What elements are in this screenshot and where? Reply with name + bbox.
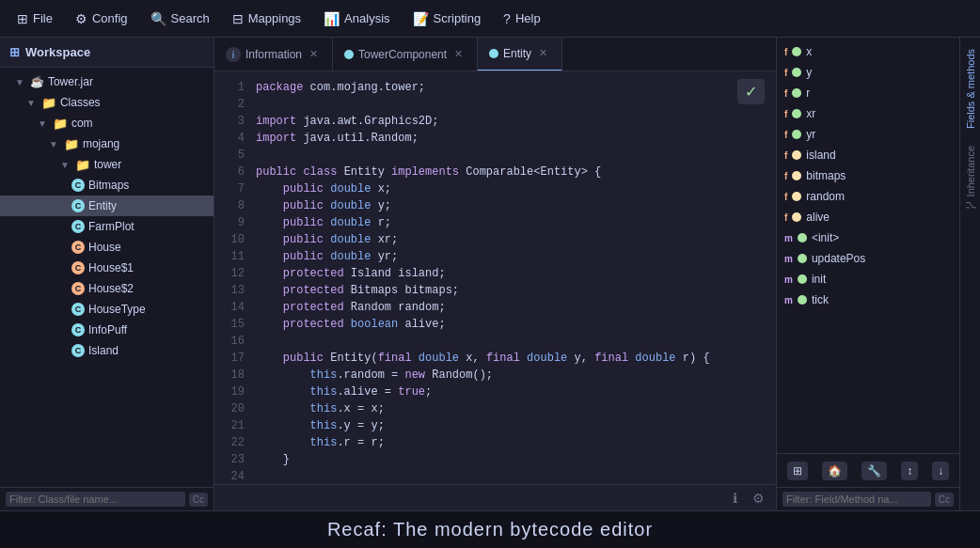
tree-item-com[interactable]: ▼ 📁 com: [0, 113, 213, 133]
check-overlay[interactable]: ✓: [737, 79, 765, 104]
field-row-yr[interactable]: f yr: [777, 124, 959, 145]
access-dot-bitmaps: [792, 171, 801, 180]
sidebar: ⊞ Workspace ▼ ☕ Tower.jar ▼ 📁 Classes ▼ …: [0, 38, 214, 510]
right-filter-input[interactable]: [782, 492, 931, 507]
method-name-tick: tick: [812, 293, 829, 306]
access-dot-alive: [792, 212, 801, 222]
tree-item-bitmaps[interactable]: C Bitmaps: [0, 175, 213, 196]
field-row-alive[interactable]: f alive: [777, 207, 959, 227]
menu-file[interactable]: ⊞ File: [8, 8, 62, 30]
expand-mojang: ▼: [49, 139, 58, 149]
menu-mappings[interactable]: ⊟ Mappings: [223, 8, 310, 30]
tab-bar: i Information ✕ TowerComponent ✕ Entity …: [214, 38, 776, 71]
class-dot-entity: C: [71, 199, 85, 212]
rp-btn-wrench[interactable]: 🔧: [861, 462, 887, 480]
tree-label-entity: Entity: [88, 199, 117, 212]
right-panel-filter: Cc: [777, 487, 959, 510]
tab-information-label: Information: [245, 48, 302, 61]
field-indicator-r: f: [784, 88, 787, 99]
tab-towercomponent-close[interactable]: ✕: [451, 47, 466, 61]
field-row-x[interactable]: f x: [777, 41, 959, 62]
tree-item-island[interactable]: C Island: [0, 340, 213, 361]
scripting-icon: 📝: [413, 11, 429, 26]
class-dot-house1: C: [71, 261, 85, 274]
tab-towercomponent-label: TowerComponent: [358, 48, 447, 61]
rp-btn-sort-az[interactable]: ↕: [901, 462, 918, 480]
field-name-x: x: [806, 45, 812, 58]
field-row-island[interactable]: f island: [777, 145, 959, 165]
side-tab-inheritance[interactable]: ⌥ Inheritance: [961, 138, 979, 219]
menu-mappings-label: Mappings: [248, 11, 301, 25]
field-row-tick[interactable]: m tick: [777, 290, 959, 310]
menu-help[interactable]: ? Help: [494, 8, 550, 30]
menu-scripting[interactable]: 📝 Scripting: [403, 8, 491, 30]
tree-item-farmplot[interactable]: C FarmPlot: [0, 216, 213, 237]
config-icon: ⚙: [75, 11, 87, 26]
right-filter-case-btn[interactable]: Cc: [935, 493, 954, 507]
menu-bar: ⊞ File ⚙ Config 🔍 Search ⊟ Mappings 📊 An…: [0, 0, 980, 38]
code-editor: 12345 678910 1112131415 1617181920 21222…: [214, 71, 776, 484]
expand-classes: ▼: [26, 98, 36, 108]
settings-icon[interactable]: ⚙: [749, 489, 768, 508]
folder-tower-icon: 📁: [75, 158, 90, 172]
sidebar-header: ⊞ Workspace: [0, 38, 213, 68]
menu-config[interactable]: ⚙ Config: [66, 8, 137, 30]
field-row-y[interactable]: f y: [777, 62, 959, 83]
tree-item-house1[interactable]: C House$1: [0, 258, 213, 278]
field-row-bitmaps[interactable]: f bitmaps: [777, 165, 959, 186]
tree-label-farmplot: FarmPlot: [88, 220, 134, 233]
tree-item-towerjar[interactable]: ▼ ☕ Tower.jar: [0, 71, 213, 92]
tree-item-mojang[interactable]: ▼ 📁 mojang: [0, 133, 213, 154]
method-name-init: <init>: [812, 231, 839, 244]
tab-information-close[interactable]: ✕: [307, 47, 321, 61]
side-tab-fields[interactable]: Fields & methods: [962, 41, 979, 136]
access-dot-r: [792, 88, 801, 98]
tree-item-tower[interactable]: ▼ 📁 tower: [0, 154, 213, 175]
class-dot-bitmaps: C: [71, 179, 85, 192]
filter-case-btn[interactable]: Cc: [189, 493, 208, 507]
mappings-icon: ⊟: [232, 11, 244, 26]
expand-tower: ▼: [60, 160, 70, 170]
menu-analysis-label: Analysis: [344, 11, 389, 25]
tab-towercomponent[interactable]: TowerComponent ✕: [333, 38, 478, 71]
field-row-xr[interactable]: f xr: [777, 103, 959, 124]
class-dot-house: C: [71, 241, 85, 254]
field-indicator-x: f: [784, 47, 787, 57]
tree-item-house2[interactable]: C House$2: [0, 278, 213, 299]
field-indicator-bitmaps: f: [784, 171, 787, 181]
menu-analysis[interactable]: 📊 Analysis: [314, 8, 399, 30]
method-name-initm: init: [812, 273, 826, 286]
tree-area[interactable]: ▼ ☕ Tower.jar ▼ 📁 Classes ▼ 📁 com ▼ 📁 mo…: [0, 68, 213, 487]
info-icon[interactable]: ℹ: [729, 489, 741, 508]
tree-item-housetype[interactable]: C HouseType: [0, 299, 213, 320]
rp-btn-home[interactable]: 🏠: [822, 462, 847, 480]
field-row-random[interactable]: f random: [777, 186, 959, 207]
tab-entity-close[interactable]: ✕: [536, 46, 550, 60]
code-content[interactable]: package com.mojang.tower; import java.aw…: [248, 71, 776, 484]
method-name-updatepos: updatePos: [812, 252, 865, 265]
tree-label-house: House: [88, 241, 121, 254]
tree-item-infopuff[interactable]: C InfoPuff: [0, 320, 213, 340]
tree-item-classes[interactable]: ▼ 📁 Classes: [0, 92, 213, 113]
field-row-r[interactable]: f r: [777, 83, 959, 103]
tree-label-infopuff: InfoPuff: [88, 323, 127, 337]
rp-btn-sort-down[interactable]: ↓: [932, 462, 949, 480]
tree-item-entity[interactable]: C Entity: [0, 196, 213, 216]
class-dot-house2: C: [71, 282, 85, 295]
field-name-alive: alive: [806, 211, 830, 224]
filter-input[interactable]: [6, 492, 185, 507]
tab-entity[interactable]: Entity ✕: [478, 38, 562, 71]
menu-search[interactable]: 🔍 Search: [141, 8, 219, 30]
field-name-r: r: [806, 86, 810, 100]
field-row-init[interactable]: m <init>: [777, 227, 959, 248]
field-row-initm[interactable]: m init: [777, 269, 959, 290]
workspace-icon: ⊞: [9, 45, 20, 59]
tree-label-island: Island: [88, 344, 119, 357]
tab-information[interactable]: i Information ✕: [214, 38, 333, 71]
info-badge: i: [226, 47, 241, 62]
rp-btn-grid[interactable]: ⊞: [787, 462, 808, 480]
help-icon: ?: [503, 11, 511, 26]
field-indicator-island: f: [784, 150, 787, 161]
tree-item-house[interactable]: C House: [0, 237, 213, 258]
field-row-updatepos[interactable]: m updatePos: [777, 248, 959, 269]
